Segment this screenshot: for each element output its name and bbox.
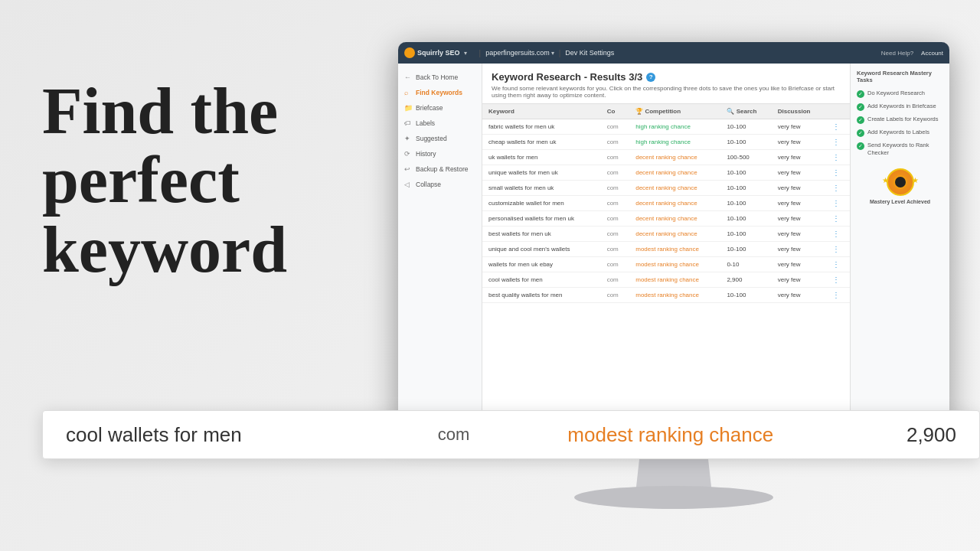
highlight-search: 2,900 (841, 423, 956, 447)
row-menu-dots[interactable]: ⋮ (832, 168, 840, 177)
cell-competition: decent ranking chance (629, 165, 720, 181)
checklist-item-text: Send Keywords to Rank Checker (867, 142, 943, 157)
hero-line2: perfect (42, 143, 240, 217)
sidebar-item-history[interactable]: ⟳ History (398, 146, 482, 161)
highlight-bar: cool wallets for men com modest ranking … (42, 410, 980, 459)
table-row: wallets for men uk ebay com modest ranki… (482, 257, 850, 272)
col-search: 🔍 Search (720, 104, 771, 119)
row-menu-dots[interactable]: ⋮ (832, 230, 840, 238)
cell-discussion: very few (772, 272, 826, 288)
row-menu-dots[interactable]: ⋮ (832, 260, 840, 269)
highlight-keyword: cool wallets for men (66, 423, 408, 447)
cell-actions[interactable]: ⋮ (826, 135, 850, 150)
cell-competition: decent ranking chance (629, 181, 720, 196)
cell-competition: high ranking chance (629, 135, 720, 150)
table-row: fabric wallets for men uk com high ranki… (482, 119, 850, 135)
sidebar-item-keywords[interactable]: ⌕ Find Keywords (398, 85, 482, 100)
cell-co: com (601, 165, 630, 181)
cell-actions[interactable]: ⋮ (826, 119, 850, 135)
table-row: customizable wallet for men com decent r… (482, 196, 850, 211)
search-icon: ⌕ (404, 89, 412, 96)
cell-actions[interactable]: ⋮ (826, 242, 850, 257)
sidebar-item-backup[interactable]: ↩ Backup & Restore (398, 161, 482, 177)
hero-line3: keyword (42, 213, 287, 286)
topbar-account[interactable]: Account (921, 50, 943, 57)
cell-actions[interactable]: ⋮ (826, 181, 850, 196)
row-menu-dots[interactable]: ⋮ (832, 214, 840, 223)
star-left-icon: ★ (882, 176, 889, 184)
cell-competition: modest ranking chance (629, 242, 720, 257)
checklist-item: ✓ Add Keywords to Labels (857, 129, 943, 137)
app-body: ← Back To Home ⌕ Find Keywords 📁 Briefca… (398, 64, 949, 425)
cell-keyword: cool wallets for men (482, 272, 601, 288)
table-row: best wallets for men uk com decent ranki… (482, 227, 850, 242)
cell-discussion: very few (772, 181, 826, 196)
row-menu-dots[interactable]: ⋮ (832, 291, 840, 299)
cell-discussion: very few (772, 196, 826, 211)
checklist-item: ✓ Create Labels for Keywords (857, 116, 943, 124)
table-row: cool wallets for men com modest ranking … (482, 272, 850, 288)
sidebar: ← Back To Home ⌕ Find Keywords 📁 Briefca… (398, 64, 482, 425)
cell-actions[interactable]: ⋮ (826, 288, 850, 303)
cell-keyword: best wallets for men uk (482, 227, 601, 242)
cell-co: com (601, 257, 630, 272)
app-ui: Squirrly SEO ▾ | paperfingersuits.com ▾ … (398, 42, 949, 425)
results-table-wrap[interactable]: Keyword Co 🏆 Competition 🔍 Search Discus… (482, 104, 850, 425)
cell-discussion: very few (772, 119, 826, 135)
checklist-item-text: Add Keywords in Briefcase (867, 103, 936, 110)
sidebar-item-back[interactable]: ← Back To Home (398, 70, 482, 85)
sidebar-item-briefcase[interactable]: 📁 Briefcase (398, 100, 482, 116)
help-circle-icon[interactable]: ? (646, 73, 655, 82)
cell-actions[interactable]: ⋮ (826, 150, 850, 165)
table-row: cheap wallets for men uk com high rankin… (482, 135, 850, 150)
cell-actions[interactable]: ⋮ (826, 165, 850, 181)
sidebar-item-labels[interactable]: 🏷 Labels (398, 116, 482, 131)
badge-inner (893, 175, 907, 189)
row-menu-dots[interactable]: ⋮ (832, 153, 840, 161)
cell-competition: modest ranking chance (629, 288, 720, 303)
hero-line1: Find the (42, 74, 278, 148)
star-right-icon: ★ (912, 176, 919, 184)
hero-text: Find the perfect keyword (42, 77, 410, 284)
topbar-divider2: | (559, 49, 561, 57)
cell-co: com (601, 181, 630, 196)
sidebar-item-suggested[interactable]: ✦ Suggested (398, 131, 482, 146)
cell-keyword: wallets for men uk ebay (482, 257, 601, 272)
row-menu-dots[interactable]: ⋮ (832, 122, 840, 131)
cell-co: com (601, 211, 630, 227)
monitor: Squirrly SEO ▾ | paperfingersuits.com ▾ … (398, 42, 980, 540)
topbar-help[interactable]: Need Help? (881, 50, 913, 57)
cell-actions[interactable]: ⋮ (826, 196, 850, 211)
sidebar-item-collapse[interactable]: ◁ Collapse (398, 177, 482, 192)
table-row: small wallets for men uk com decent rank… (482, 181, 850, 196)
cell-actions[interactable]: ⋮ (826, 211, 850, 227)
cell-keyword: uk wallets for men (482, 150, 601, 165)
cell-competition: high ranking chance (629, 119, 720, 135)
cell-search: 100-500 (720, 150, 771, 165)
mastery-label: Mastery Level Achieved (857, 199, 943, 204)
main-panel: Keyword Research - Results 3/3 ? We foun… (482, 64, 850, 425)
checklist-item: ✓ Add Keywords in Briefcase (857, 103, 943, 111)
cell-actions[interactable]: ⋮ (826, 272, 850, 288)
row-menu-dots[interactable]: ⋮ (832, 276, 840, 284)
cell-actions[interactable]: ⋮ (826, 257, 850, 272)
table-row: best quality wallets for men com modest … (482, 288, 850, 303)
back-icon: ← (404, 73, 412, 81)
col-discussion: Discussion (772, 104, 826, 119)
backup-icon: ↩ (404, 165, 412, 173)
topbar-domain[interactable]: paperfingersuits.com (485, 49, 550, 57)
panel-header: Keyword Research - Results 3/3 ? We foun… (482, 64, 850, 104)
row-menu-dots[interactable]: ⋮ (832, 138, 840, 146)
cell-search: 10-100 (720, 227, 771, 242)
row-menu-dots[interactable]: ⋮ (832, 184, 840, 192)
highlight-rank: modest ranking chance (500, 423, 842, 447)
col-actions (826, 104, 850, 119)
checklist-items: ✓ Do Keyword Research ✓ Add Keywords in … (857, 90, 943, 157)
cell-co: com (601, 288, 630, 303)
row-menu-dots[interactable]: ⋮ (832, 245, 840, 253)
checklist-item-text: Create Labels for Keywords (867, 116, 939, 123)
cell-competition: decent ranking chance (629, 196, 720, 211)
cell-actions[interactable]: ⋮ (826, 227, 850, 242)
row-menu-dots[interactable]: ⋮ (832, 199, 840, 207)
topbar-devkit[interactable]: Dev Kit Settings (565, 49, 614, 57)
